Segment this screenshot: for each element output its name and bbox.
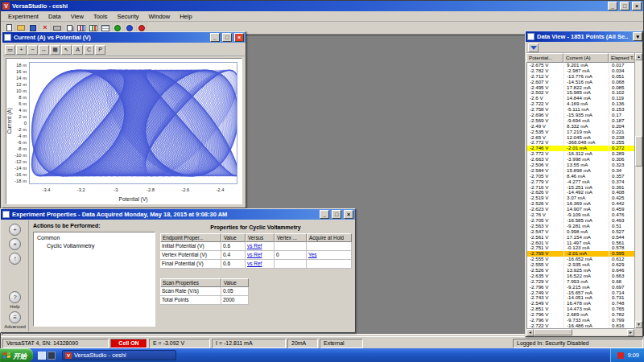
plot-minimize-button[interactable]: _	[210, 33, 220, 42]
action-item[interactable]: Common	[34, 234, 155, 242]
plot-maximize-button[interactable]: □	[222, 33, 232, 42]
table-row[interactable]: -2.722 V4.169 mA0.136	[527, 101, 634, 107]
taskbar-task-versastudio[interactable]: V VersaStudio - ceshi	[62, 350, 176, 360]
zoom-box-icon[interactable]: ▭	[5, 45, 15, 55]
column-header[interactable]: Elapsed T...	[609, 53, 634, 63]
table-row[interactable]: -2.555 V-2.935 mA0.629	[527, 262, 634, 268]
table-row[interactable]: -2.796 V-9.733 mA0.799	[527, 318, 634, 323]
scroll-down-arrow[interactable]: ▼	[635, 321, 642, 328]
table-row[interactable]: -2.712 V-13.776 mA0.051	[527, 74, 634, 80]
table-row[interactable]: -2.729 V7.993 mA0.68	[527, 279, 634, 285]
table-row[interactable]: -2.696 V-15.935 mA0.17	[527, 113, 634, 118]
close-button[interactable]: ×	[632, 2, 642, 10]
table-row[interactable]: -2.751 V-0.123 mA0.578	[527, 245, 634, 251]
scroll-left-arrow[interactable]: ◄	[526, 329, 534, 336]
axes-settings-icon[interactable]: A	[72, 45, 83, 55]
table-row[interactable]: -2.705 V8.46 mA0.357	[527, 174, 634, 179]
table-row[interactable]: -2.772 V-368.048 mA0.255	[527, 140, 634, 146]
table-row[interactable]: -2.526 V16.369 mA0.442	[527, 201, 634, 207]
table-row[interactable]: -2.743 V-14.051 mA0.731	[527, 295, 634, 301]
table-row[interactable]: -2.563 V-9.281 mA0.51	[527, 224, 634, 229]
table-row[interactable]: -2.663 V-3.998 mA0.306	[527, 157, 634, 162]
menu-tools[interactable]: Tools	[89, 12, 113, 21]
menu-view[interactable]: View	[66, 12, 89, 21]
data-view-titlebar[interactable]: Data View - 1851 Points (All Se.. ▾ ×	[526, 31, 642, 42]
vertical-scrollbar[interactable]: ▲ ▼	[634, 53, 642, 328]
table-row[interactable]: -2.502 V15.985 mA0.102	[527, 90, 634, 96]
table-row[interactable]: -2.779 V-4.277 mA0.374	[527, 179, 634, 185]
cell-on-indicator[interactable]: Cell ON	[110, 339, 147, 348]
minimize-button[interactable]: _	[608, 2, 617, 10]
start-button[interactable]: 开始	[0, 348, 33, 362]
table-row[interactable]: -2.716 V-15.251 mA0.391	[527, 185, 634, 191]
table-row[interactable]: -2.772 V-16.312 mA0.289	[527, 151, 634, 157]
help-button[interactable]: ?	[9, 291, 21, 303]
cv-plot-canvas[interactable]	[30, 63, 237, 183]
property-link[interactable]: vs Ref	[246, 260, 275, 269]
scroll-up-arrow[interactable]: ▲	[635, 53, 642, 60]
table-row[interactable]: -2.65 V12.045 mA0.238	[527, 135, 634, 141]
table-row[interactable]: -2.601 V11.497 mA0.561	[527, 241, 634, 246]
table-row[interactable]: -2.675 V9.201 mA0.017	[527, 63, 634, 68]
actions-list[interactable]: CommonCyclic Voltammetry	[33, 232, 155, 327]
table-row[interactable]: -2.49 V8.332 mA0.204	[527, 124, 634, 130]
menu-experiment[interactable]: Experiment	[3, 12, 43, 21]
table-row[interactable]: -2.519 V3.07 mA0.425	[527, 195, 634, 201]
table-row[interactable]: -2.635 V16.522 mA0.663	[527, 274, 634, 279]
table-row[interactable]: -2.547 V0.998 mA0.527	[527, 229, 634, 235]
table-row[interactable]: -2.796 V2.689 mA0.782	[527, 312, 634, 318]
table-row[interactable]: -2.526 V13.925 mA0.646	[527, 268, 634, 274]
table-row[interactable]: -2.561 V17.154 mA0.544	[527, 235, 634, 241]
column-header[interactable]: Potential...	[526, 53, 564, 63]
table-row[interactable]: -2.623 V14.907 mA0.459	[527, 207, 634, 212]
pan-icon[interactable]: ↔	[39, 45, 49, 55]
menu-security[interactable]: Security	[112, 12, 143, 21]
vertical-scroll-thumb[interactable]	[635, 136, 642, 167]
scroll-right-arrow[interactable]: ►	[627, 329, 634, 336]
table-row[interactable]: -2.569 V-9.694 mA0.187	[527, 118, 634, 124]
properties-maximize-button[interactable]: □	[332, 210, 341, 219]
advanced-button[interactable]: ≡	[9, 311, 21, 323]
reorder-action-button[interactable]: ↑	[9, 253, 21, 265]
table-row[interactable]: -2.705 V-16.585 mA0.493	[527, 218, 634, 224]
table-row[interactable]: -2.758 V-5.111 mA0.153	[527, 107, 634, 113]
menu-window[interactable]: Window	[144, 12, 175, 21]
column-header[interactable]: Current (A)	[564, 53, 609, 63]
properties-close-button[interactable]: ×	[344, 210, 353, 219]
plot-close-button[interactable]: ×	[234, 33, 244, 42]
main-titlebar[interactable]: V VersaStudio - ceshi _ □ ×	[1, 1, 643, 11]
table-row[interactable]: -2.555 V-16.652 mA0.612	[527, 257, 634, 262]
table-row[interactable]: -2.749 V-15.657 mA0.714	[527, 290, 634, 296]
table-row[interactable]: -2.549 V16.478 mA0.748	[527, 301, 634, 306]
autoscale-icon[interactable]: ▦	[50, 45, 60, 55]
table-row[interactable]: -2.495 V17.822 mA0.085	[527, 85, 634, 91]
cursor-icon[interactable]: ↖	[61, 45, 72, 55]
menu-help[interactable]: Help	[175, 12, 196, 21]
menu-data[interactable]: Data	[43, 12, 66, 21]
table-row[interactable]: -2.782 V-2.987 mA0.034	[527, 68, 634, 74]
horizontal-scrollbar[interactable]: ◄ ►	[526, 328, 634, 335]
table-row[interactable]: -2.607 V-14.516 mA0.068	[527, 80, 634, 85]
table-row[interactable]: -2.6 V14.844 mA0.119	[527, 96, 634, 101]
table-row[interactable]: -2.769 V-2.01 mA0.595	[527, 251, 634, 257]
table-row[interactable]: -2.626 V-14.492 mA0.408	[527, 190, 634, 195]
property-link[interactable]: Yes	[307, 251, 352, 260]
clock[interactable]: 9:09	[627, 352, 639, 359]
table-row[interactable]: -2.746 V-2.01 mA0.272	[527, 146, 634, 151]
table-row[interactable]: -2.506 V13.55 mA0.323	[527, 162, 634, 168]
remove-action-button[interactable]: ×	[9, 238, 21, 250]
quick-launch-icon-1[interactable]	[38, 352, 46, 360]
table-row[interactable]: -2.76 V-9.109 mA0.476	[527, 212, 634, 218]
data-view-dock-button[interactable]: ▾	[633, 32, 642, 41]
table-row[interactable]: -2.851 V14.473 mA0.765	[527, 306, 634, 312]
maximize-button[interactable]: □	[620, 2, 630, 10]
quick-launch-icon-2[interactable]	[47, 352, 56, 360]
table-row[interactable]: -2.584 V15.898 mA0.34	[527, 168, 634, 174]
properties-titlebar[interactable]: Experiment Properties - Data Acquired Mo…	[1, 209, 355, 220]
data-table[interactable]: -2.675 V9.201 mA0.017-2.782 V-2.987 mA0.…	[526, 63, 634, 328]
action-item[interactable]: Cyclic Voltammetry	[34, 242, 155, 250]
property-link[interactable]: vs Ref	[246, 242, 275, 251]
print-plot-icon[interactable]: P	[95, 45, 105, 55]
copy-plot-icon[interactable]: C	[84, 45, 94, 55]
horizontal-scroll-thumb[interactable]	[534, 329, 572, 335]
